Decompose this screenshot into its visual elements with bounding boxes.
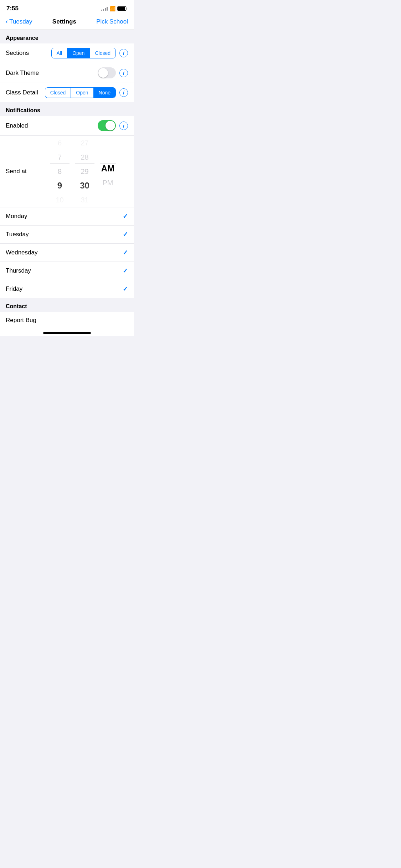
bar4: [107, 7, 108, 11]
ampm-spacer4: [97, 190, 119, 198]
nav-bar: ‹ Tuesday Settings Pick School: [0, 15, 134, 30]
status-bar: 7:55 📶: [0, 0, 134, 15]
dark-theme-label: Dark Theme: [6, 69, 39, 77]
battery-icon: [117, 6, 127, 11]
home-indicator: [0, 329, 134, 336]
pick-school-button[interactable]: Pick School: [96, 18, 128, 25]
contact-section-header: Contact: [0, 298, 134, 312]
hour-item-7: 7: [47, 150, 72, 164]
minute-item-31: 31: [72, 193, 97, 207]
signal-icon: [101, 6, 108, 11]
class-detail-controls: Closed Open None i: [45, 87, 128, 98]
monday-label: Monday: [6, 213, 27, 220]
wednesday-check: ✓: [123, 249, 128, 257]
tuesday-row[interactable]: Tuesday ✓: [0, 226, 134, 244]
report-bug-label: Report Bug: [6, 317, 36, 324]
thursday-row[interactable]: Thursday ✓: [0, 262, 134, 280]
class-detail-open-btn[interactable]: Open: [71, 88, 93, 98]
minute-item-30-selected: 30: [72, 179, 97, 193]
sections-segmented-control[interactable]: All Open Closed: [51, 48, 116, 58]
class-detail-info-icon[interactable]: i: [119, 88, 128, 97]
contact-group: Report Bug: [0, 312, 134, 329]
sections-closed-btn[interactable]: Closed: [90, 48, 115, 58]
am-item-selected: AM: [97, 161, 119, 176]
dark-theme-row: Dark Theme i: [0, 63, 134, 83]
sections-label: Sections: [6, 50, 29, 57]
bar1: [101, 10, 102, 11]
appearance-section-header: Appearance: [0, 30, 134, 43]
notifications-group: Enabled i Send at 6 7 8 9 10 11 12: [0, 116, 134, 207]
status-time: 7:55: [6, 5, 19, 12]
ampm-spacer2: [97, 144, 119, 153]
days-group: Monday ✓ Tuesday ✓ Wednesday ✓ Thursday …: [0, 207, 134, 298]
friday-row[interactable]: Friday ✓: [0, 280, 134, 298]
class-detail-row: Class Detail Closed Open None i: [0, 83, 134, 102]
back-label: Tuesday: [9, 18, 32, 25]
class-detail-label: Class Detail: [6, 89, 38, 96]
enabled-controls: i: [98, 120, 128, 131]
sections-info-icon[interactable]: i: [119, 49, 128, 57]
ampm-spacer3: [97, 153, 119, 161]
class-detail-none-btn[interactable]: None: [94, 88, 115, 98]
back-button[interactable]: ‹ Tuesday: [6, 18, 32, 25]
bar2: [103, 9, 104, 11]
hour-item-10: 10: [47, 193, 72, 207]
sections-controls: All Open Closed i: [51, 48, 128, 58]
minute-item-27: 27: [72, 136, 97, 150]
monday-row[interactable]: Monday ✓: [0, 207, 134, 226]
hour-item-8: 8: [47, 164, 72, 179]
class-detail-closed-btn[interactable]: Closed: [45, 88, 71, 98]
hours-picker-col[interactable]: 6 7 8 9 10 11 12: [47, 136, 72, 207]
dark-theme-controls: i: [98, 67, 128, 78]
enabled-row: Enabled i: [0, 116, 134, 136]
wednesday-row[interactable]: Wednesday ✓: [0, 244, 134, 262]
minute-item-29: 29: [72, 164, 97, 179]
hour-item-9-selected: 9: [47, 179, 72, 193]
ampm-spacer1: [97, 136, 119, 144]
enabled-label: Enabled: [6, 122, 28, 129]
tuesday-check: ✓: [123, 231, 128, 238]
pm-item: PM: [97, 176, 119, 190]
send-at-row[interactable]: Send at 6 7 8 9 10 11 12 27 28: [0, 136, 134, 207]
enabled-toggle[interactable]: [98, 120, 116, 131]
dark-theme-toggle[interactable]: [98, 67, 116, 78]
dark-theme-info-icon[interactable]: i: [119, 69, 128, 77]
sections-open-btn[interactable]: Open: [67, 48, 90, 58]
sections-row: Sections All Open Closed i: [0, 43, 134, 63]
ampm-spacer5: [97, 198, 119, 207]
wifi-icon: 📶: [109, 6, 115, 11]
notifications-section-header: Notifications: [0, 102, 134, 116]
report-bug-row[interactable]: Report Bug: [0, 312, 134, 329]
wednesday-label: Wednesday: [6, 249, 37, 256]
ampm-picker-col[interactable]: AM PM: [97, 136, 119, 207]
minutes-picker-col[interactable]: 27 28 29 30 31 32 33: [72, 136, 97, 207]
thursday-check: ✓: [123, 267, 128, 275]
status-icons: 📶: [101, 6, 127, 11]
time-picker[interactable]: 6 7 8 9 10 11 12 27 28 29 30 31 32 33: [38, 136, 128, 207]
monday-check: ✓: [123, 212, 128, 220]
enabled-toggle-knob: [106, 121, 115, 130]
bar3: [105, 8, 106, 11]
friday-check: ✓: [123, 285, 128, 293]
appearance-group: Sections All Open Closed i Dark Theme i …: [0, 43, 134, 102]
home-bar: [43, 332, 91, 334]
class-detail-segmented-control[interactable]: Closed Open None: [45, 87, 116, 98]
chevron-left-icon: ‹: [6, 18, 8, 25]
page-title: Settings: [52, 18, 76, 25]
sections-all-btn[interactable]: All: [52, 48, 68, 58]
enabled-info-icon[interactable]: i: [119, 122, 128, 130]
tuesday-label: Tuesday: [6, 231, 29, 238]
hour-item-6: 6: [47, 136, 72, 150]
thursday-label: Thursday: [6, 267, 31, 274]
friday-label: Friday: [6, 285, 22, 293]
send-at-label: Send at: [6, 168, 38, 175]
minute-item-28: 28: [72, 150, 97, 164]
toggle-knob: [98, 68, 108, 78]
